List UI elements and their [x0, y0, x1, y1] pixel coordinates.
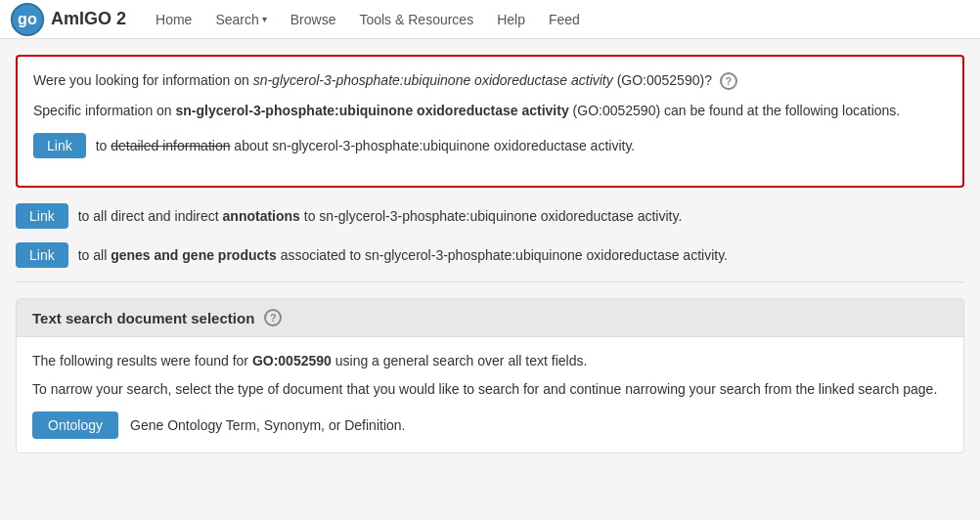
navbar: go AmIGO 2 Home Search ▾ Browse Tools & … [0, 0, 980, 39]
link2-suffix: to sn-glycerol-3-phosphate:ubiquinone ox… [300, 208, 682, 224]
link1-prefix: to [96, 138, 111, 153]
main-content: Were you looking for information on sn-g… [0, 39, 980, 469]
link-button-detailed[interactable]: Link [33, 133, 86, 158]
ontology-row: Ontology Gene Ontology Term, Synonym, or… [32, 412, 948, 439]
link2-bold: annotations [223, 208, 300, 224]
text-search-results-line: The following results were found for GO:… [32, 351, 948, 371]
nav-search[interactable]: Search ▾ [205, 0, 276, 39]
section-divider [16, 282, 964, 282]
nav-feed[interactable]: Feed [539, 0, 590, 39]
link3-suffix: associated to sn-glycerol-3-phosphate:ub… [277, 247, 728, 263]
detail-suffix: can be found at the following locations. [660, 103, 900, 118]
nav-browse[interactable]: Browse [281, 0, 346, 39]
link3-prefix: to all [78, 247, 111, 263]
search-dropdown-arrow: ▾ [262, 14, 267, 24]
nav-home[interactable]: Home [146, 0, 201, 39]
navbar-brand-title: AmIGO 2 [51, 9, 126, 29]
text-search-section: Text search document selection ? The fol… [16, 298, 964, 454]
link-row-detailed: Link to detailed information about sn-gl… [33, 133, 947, 158]
svg-text:go: go [18, 10, 37, 27]
text-search-header: Text search document selection ? [17, 299, 963, 337]
link1-strikethrough: detailed information [111, 138, 230, 153]
navbar-nav: Home Search ▾ Browse Tools & Resources H… [146, 0, 970, 39]
text-search-go-term: GO:0052590 [252, 353, 332, 368]
ontology-button[interactable]: Ontology [32, 412, 118, 439]
text-search-narrow-text: To narrow your search, select the type o… [32, 379, 948, 400]
results-prefix: The following results were found for [32, 353, 252, 368]
link-row-genes: Link to all genes and gene products asso… [16, 242, 964, 268]
suggestion-question: Were you looking for information on sn-g… [33, 70, 947, 91]
link-button-genes[interactable]: Link [16, 242, 68, 268]
detail-go: (GO:0052590) [573, 103, 661, 118]
link3-bold: genes and gene products [111, 247, 277, 263]
amigo-logo: go [10, 2, 45, 37]
ontology-description: Gene Ontology Term, Synonym, or Definiti… [130, 417, 405, 433]
results-suffix: using a general search over all text fie… [332, 353, 587, 368]
link-row-1-text: to detailed information about sn-glycero… [96, 136, 947, 156]
link2-prefix: to all direct and indirect [78, 208, 223, 224]
text-search-help-icon[interactable]: ? [264, 309, 282, 326]
text-search-header-label: Text search document selection [32, 310, 254, 326]
suggestion-question-prefix: Were you looking for information on [33, 72, 253, 88]
suggestion-term-italic: sn-glycerol-3-phosphate:ubiquinone oxido… [253, 72, 613, 88]
link-row-3-text: to all genes and gene products associate… [78, 245, 964, 266]
suggestion-go-id: (GO:0052590) [617, 72, 705, 88]
text-search-body: The following results were found for GO:… [17, 337, 963, 453]
link-row-annotations: Link to all direct and indirect annotati… [16, 203, 964, 229]
suggestion-box: Were you looking for information on sn-g… [16, 55, 964, 188]
link1-suffix: about sn-glycerol-3-phosphate:ubiquinone… [230, 138, 635, 153]
link-button-annotations[interactable]: Link [16, 203, 68, 229]
suggestion-term-bold: sn-glycerol-3-phosphate:ubiquinone oxido… [176, 103, 569, 118]
suggestion-question-mark-char: ? [704, 72, 712, 88]
suggestion-detail: Specific information on sn-glycerol-3-ph… [33, 101, 947, 121]
help-icon[interactable]: ? [720, 72, 737, 90]
nav-tools[interactable]: Tools & Resources [349, 0, 483, 39]
navbar-brand[interactable]: go AmIGO 2 [10, 2, 126, 37]
nav-help[interactable]: Help [487, 0, 535, 39]
link-row-2-text: to all direct and indirect annotations t… [78, 206, 964, 227]
detail-prefix: Specific information on [33, 103, 176, 118]
